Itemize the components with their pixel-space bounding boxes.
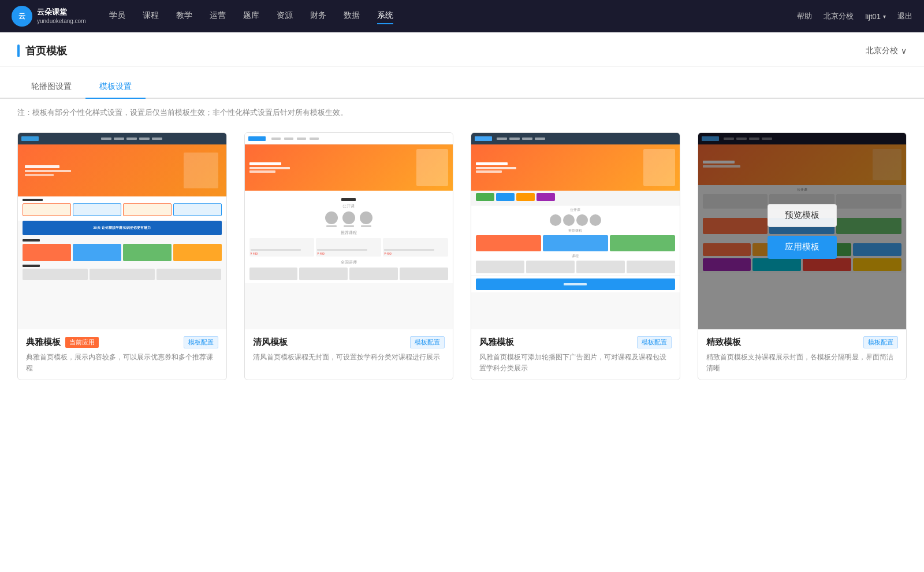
nav-item-teach[interactable]: 教学 xyxy=(176,8,192,24)
template-name-t2: 清风模板 xyxy=(253,337,288,348)
branch-chevron: ∨ xyxy=(901,46,907,55)
help-link[interactable]: 帮助 xyxy=(797,11,812,21)
template-config-btn-t1[interactable]: 模板配置 xyxy=(184,336,218,348)
template-name-row-t2: 清风模板 模板配置 xyxy=(253,336,445,348)
branch-link[interactable]: 北京分校 xyxy=(824,11,854,21)
template-card-t1: 30天 让你摆脱平庸 知识使你更有魅力 xyxy=(17,132,227,380)
t1-banner xyxy=(18,144,226,196)
t1-logo xyxy=(21,136,39,141)
nav-item-system[interactable]: 系统 xyxy=(377,8,393,24)
template-footer-t1: 典雅模板 当前应用 模板配置 典雅首页模板，展示内容较多，可以展示优惠券和多个推… xyxy=(18,329,226,380)
template-card-t2: 公开课 xyxy=(244,132,454,380)
template-name-row-t4: 精致模板 模板配置 xyxy=(706,336,899,348)
brand-text: 云朵课堂 yunduoketang.com xyxy=(37,8,86,25)
template-overlay-t4: 预览模板 应用模板 xyxy=(698,133,907,329)
tabs-container: 轮播图设置 模板设置 xyxy=(0,67,924,99)
template-name-t1: 典雅模板 xyxy=(26,337,61,348)
template-preview-t3: 公开课 推荐课程 课程 xyxy=(471,133,680,329)
note-bar: 注：模板有部分个性化样式设置，设置后仅当前模板生效；非个性化样式设置后针对所有模… xyxy=(0,99,924,127)
template-footer-t2: 清风模板 模板配置 清风首页模板课程无封面，可设置按学科分类对课程进行展示 xyxy=(245,329,453,369)
branch-name: 北京分校 xyxy=(866,46,898,56)
user-menu[interactable]: lijt01 ▾ xyxy=(865,12,886,21)
template-preview-t2: 公开课 xyxy=(245,133,453,329)
template-name-badge-row-t1: 典雅模板 当前应用 xyxy=(26,337,99,348)
template-config-btn-t2[interactable]: 模板配置 xyxy=(410,336,445,348)
preview-template-btn[interactable]: 预览模板 xyxy=(767,204,837,227)
template-name-t4: 精致模板 xyxy=(706,337,741,348)
page-title-bar xyxy=(17,44,20,57)
t3-banner xyxy=(471,144,680,191)
template-current-badge-t1: 当前应用 xyxy=(65,337,99,348)
config-btn-wrapper-t1: 模板配置 xyxy=(179,336,218,348)
tab-carousel[interactable]: 轮播图设置 xyxy=(17,76,85,99)
template-preview-t1: 30天 让你摆脱平庸 知识使你更有魅力 xyxy=(18,133,226,329)
nav-item-student[interactable]: 学员 xyxy=(109,8,125,24)
apply-template-btn[interactable]: 应用模板 xyxy=(767,236,837,259)
nav-item-ops[interactable]: 运营 xyxy=(210,8,226,24)
t3-nav xyxy=(492,138,676,140)
tab-template[interactable]: 模板设置 xyxy=(85,76,146,99)
page-title-wrapper: 首页模板 xyxy=(17,44,67,58)
nav-item-course[interactable]: 课程 xyxy=(143,8,159,24)
template-card-t4: 预览模板 应用模板 xyxy=(698,132,907,380)
template-preview-t4: 预览模板 应用模板 xyxy=(698,133,907,329)
templates-grid: 30天 让你摆脱平庸 知识使你更有魅力 xyxy=(0,127,924,403)
t2-logo xyxy=(248,136,266,141)
nav-item-questions[interactable]: 题库 xyxy=(243,8,259,24)
t2-nav xyxy=(266,138,450,140)
t3-header xyxy=(471,133,680,144)
template-desc-t3: 风雅首页模板可添加轮播图下广告图片，可对课程及课程包设置学科分类展示 xyxy=(479,352,672,374)
template-desc-t4: 精致首页模板支持课程展示封面，各模板分隔明显，界面简洁清晰 xyxy=(706,352,899,374)
template-name-row-t1: 典雅模板 当前应用 模板配置 xyxy=(26,336,218,348)
page-container: 首页模板 北京分校 ∨ 轮播图设置 模板设置 注：模板有部分个性化样式设置，设置… xyxy=(0,32,924,572)
nav-links: 学员 课程 教学 运营 题库 资源 财务 数据 系统 xyxy=(109,8,798,24)
brand-logo-icon: 云 xyxy=(12,6,32,27)
t1-header xyxy=(18,133,226,144)
logout-link[interactable]: 退出 xyxy=(897,11,912,21)
template-config-btn-t3[interactable]: 模板配置 xyxy=(637,336,672,348)
navbar: 云 云朵课堂 yunduoketang.com 学员 课程 教学 运营 题库 资… xyxy=(0,0,924,32)
brand-url: yunduoketang.com xyxy=(37,17,86,25)
nav-right: 帮助 北京分校 lijt01 ▾ 退出 xyxy=(797,11,912,21)
t2-banner xyxy=(245,144,453,191)
template-name-t3: 风雅模板 xyxy=(479,337,514,348)
t2-header xyxy=(245,133,453,144)
template-card-t3: 公开课 推荐课程 课程 xyxy=(471,132,680,380)
template-footer-t4: 精致模板 模板配置 精致首页模板支持课程展示封面，各模板分隔明显，界面简洁清晰 xyxy=(698,329,907,380)
brand-logo-area: 云 云朵课堂 yunduoketang.com xyxy=(12,6,86,27)
user-menu-chevron: ▾ xyxy=(883,13,886,20)
template-config-btn-t4[interactable]: 模板配置 xyxy=(863,336,898,348)
template-desc-t1: 典雅首页模板，展示内容较多，可以展示优惠券和多个推荐课程 xyxy=(26,352,218,374)
page-header: 首页模板 北京分校 ∨ xyxy=(0,32,924,67)
nav-item-finance[interactable]: 财务 xyxy=(310,8,326,24)
template-footer-t3: 风雅模板 模板配置 风雅首页模板可添加轮播图下广告图片，可对课程及课程包设置学科… xyxy=(471,329,680,380)
t3-logo xyxy=(475,136,492,141)
t1-nav xyxy=(41,138,223,140)
branch-selector[interactable]: 北京分校 ∨ xyxy=(866,46,907,56)
nav-item-data[interactable]: 数据 xyxy=(344,8,360,24)
template-desc-t2: 清风首页模板课程无封面，可设置按学科分类对课程进行展示 xyxy=(253,352,445,363)
template-name-row-t3: 风雅模板 模板配置 xyxy=(479,336,672,348)
nav-item-resources[interactable]: 资源 xyxy=(277,8,293,24)
page-title: 首页模板 xyxy=(25,44,67,58)
username-label: lijt01 xyxy=(865,12,881,21)
brand-name: 云朵课堂 xyxy=(37,8,86,17)
